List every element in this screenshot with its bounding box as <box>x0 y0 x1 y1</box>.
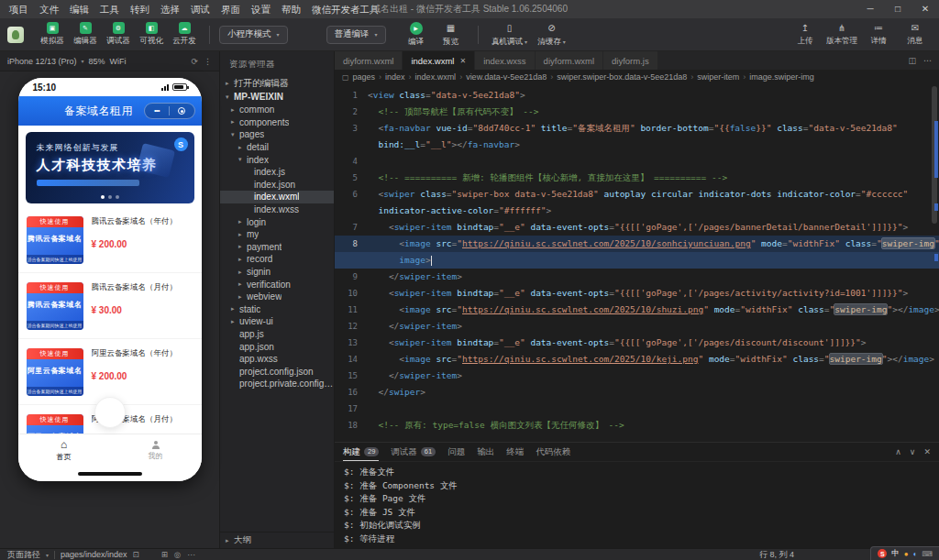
page-path-value[interactable]: pages/index/index <box>61 550 127 559</box>
collapse-up-icon[interactable]: ∧ <box>895 447 901 456</box>
rotate-icon[interactable]: ⟳ <box>191 57 198 66</box>
more-icon[interactable]: ⋮ <box>204 57 212 66</box>
tree-item-index[interactable]: ▾index <box>220 153 334 166</box>
tree-item-payment[interactable]: ▸payment <box>220 241 334 254</box>
code-line[interactable]: 8 <image src="https://qiniu.sc.scwlnet.c… <box>335 236 939 252</box>
code-line[interactable]: 18 <!-- 原有: type=false 横向图文列表【无任何修改】 --> <box>335 417 939 434</box>
mode-select[interactable]: 小程序模式 ▾ <box>219 26 288 44</box>
editor-scrollbar[interactable] <box>930 84 939 442</box>
menu-item[interactable]: 文件 <box>34 0 64 18</box>
menu-item[interactable]: 调试 <box>185 0 215 18</box>
exit-button[interactable] <box>170 104 194 118</box>
tree-item-record[interactable]: ▸record <box>220 253 334 266</box>
panel-tab-3[interactable]: 输出 <box>477 443 494 461</box>
cloud-dev-button[interactable]: ☁云开发 <box>169 22 200 47</box>
inspect-icon[interactable]: ◎ <box>174 550 181 559</box>
split-editor-icon[interactable]: ◫ <box>908 56 916 65</box>
device-debug-button[interactable]: ▯ 真机调试▾ <box>488 22 532 48</box>
floating-button[interactable] <box>94 397 126 428</box>
grid-icon[interactable]: ⊞ <box>161 550 168 559</box>
editor-tab-diyform.wxml[interactable]: diyform.wxml <box>335 51 403 70</box>
breadcrumb-item[interactable]: swiper-item <box>697 72 739 82</box>
tab-mine[interactable]: 我的 <box>110 434 202 467</box>
preview-button[interactable]: ▦ 预览 <box>434 22 469 48</box>
code-line[interactable]: 6 <swiper class="swiper-box data-v-5ee21… <box>335 186 939 203</box>
close-button[interactable]: ✕ <box>911 0 939 18</box>
tree-item-index.js[interactable]: index.js <box>220 166 334 179</box>
copy-icon[interactable]: ⊡ <box>133 550 139 559</box>
console-output[interactable]: $: 准备文件$: 准备 Components 文件$: 准备 Page 文件$… <box>335 462 939 548</box>
tree-item-project.config.json[interactable]: project.config.json <box>220 365 334 378</box>
network-type[interactable]: WiFi <box>110 57 127 66</box>
more-menu-button[interactable]: ••• <box>145 104 170 118</box>
tree-item-common[interactable]: ▸common <box>220 104 334 116</box>
debugger-button[interactable]: ⚙调试器 <box>103 22 134 47</box>
panel-tab-1[interactable]: 调试器61 <box>391 443 436 461</box>
close-icon[interactable]: ✕ <box>459 57 466 65</box>
version-manage-button[interactable]: ⋔版本管理 <box>825 22 858 47</box>
product-item[interactable]: 快速使用腾讯云备案域名适合备案期间快速上线使用腾讯云备案域名（月付）¥ 30.0… <box>18 273 202 339</box>
panel-tab-5[interactable]: 代码依赖 <box>536 443 570 461</box>
code-line[interactable]: 10 <swiper-item bindtap="__e" data-event… <box>335 285 939 302</box>
tree-item-detail[interactable]: ▸detail <box>220 141 334 154</box>
user-avatar[interactable] <box>7 27 24 43</box>
tree-item-index.wxml[interactable]: index.wxml <box>220 191 334 203</box>
tree-item-app.js[interactable]: app.js <box>220 328 334 341</box>
breadcrumb-item[interactable]: index <box>385 72 405 82</box>
code-line[interactable]: indicator-active-color="#ffffff"> <box>335 203 939 219</box>
panel-tab-0[interactable]: 构建29 <box>343 443 379 461</box>
simulator-button[interactable]: ▣模拟器 <box>37 22 68 47</box>
code-line[interactable]: 7 <swiper-item bindtap="__e" data-event-… <box>335 219 939 236</box>
editor-button[interactable]: ✎编辑器 <box>70 22 101 47</box>
tree-item-app.wxss[interactable]: app.wxss <box>220 353 334 366</box>
outline-section[interactable]: ▸ 大纲 <box>220 532 334 548</box>
minimize-button[interactable]: ─ <box>856 0 884 18</box>
message-button[interactable]: ✉消息 <box>899 22 932 47</box>
tab-home[interactable]: ⌂ 首页 <box>18 434 110 467</box>
editor-tab-diyform.wxml[interactable]: diyform.wxml <box>536 51 603 70</box>
code-line[interactable]: 15 </swiper-item> <box>335 368 939 384</box>
editor-tab-index.wxml[interactable]: index.wxml✕ <box>403 51 475 70</box>
breadcrumb-item[interactable]: index.wxml <box>415 72 457 82</box>
skin-icon[interactable]: ◐ <box>913 550 918 558</box>
breadcrumb-item[interactable]: swiper.swiper-box.data-v-5ee21da8 <box>557 72 687 82</box>
compile-button[interactable]: ▶ 编译 <box>399 22 434 48</box>
code-line[interactable]: 5 <!-- ========== 新增: 轮播图组件【核心新增, 直接加在这里… <box>335 170 939 186</box>
code-line[interactable]: 4 <box>335 153 939 170</box>
code-line[interactable]: 2 <!-- 顶部导航栏【原有代码不变】 --> <box>335 104 939 120</box>
tree-item-app.json[interactable]: app.json <box>220 340 334 353</box>
breadcrumb-item[interactable]: view.data-v-5ee21da8 <box>466 72 547 82</box>
tree-item-uview-ui[interactable]: ▸uview-ui <box>220 315 334 328</box>
code-line[interactable]: 17 <box>335 401 939 417</box>
zoom-level[interactable]: 85% <box>89 57 105 66</box>
details-button[interactable]: ≔详情 <box>862 22 895 47</box>
sogou-logo-icon[interactable]: S <box>878 549 887 558</box>
tree-item-static[interactable]: ▸static <box>220 303 334 316</box>
collapse-down-icon[interactable]: ∨ <box>910 447 916 456</box>
tree-item-login[interactable]: ▸login <box>220 215 334 228</box>
tree-item-components[interactable]: ▸components <box>220 116 334 129</box>
keyboard-icon[interactable]: ⌨ <box>922 550 933 558</box>
menu-item[interactable]: 工具 <box>94 0 125 18</box>
compile-mode-select[interactable]: 普通编译 ▾ <box>326 26 386 44</box>
code-line[interactable]: 9 </swiper-item> <box>335 269 939 285</box>
editor-tab-diyform.js[interactable]: diyform.js <box>603 51 658 70</box>
code-line[interactable]: 16 </swiper> <box>335 384 939 401</box>
code-line[interactable]: image> <box>335 252 939 269</box>
code-line[interactable]: 11 <image src="https://qiniu.sc.scwlnet.… <box>335 302 939 318</box>
maximize-button[interactable]: □ <box>884 0 911 18</box>
tree-item-signin[interactable]: ▸signin <box>220 266 334 279</box>
code-line[interactable]: bind:__l="__l"></fa-navbar> <box>335 137 939 153</box>
editor-tab-index.wxss[interactable]: index.wxss <box>475 51 535 70</box>
code-line[interactable]: 3 <fa-navbar vue-id="8dd740cc-1" title="… <box>335 120 939 137</box>
menu-item[interactable]: 帮助 <box>276 0 306 18</box>
menu-item[interactable]: 转到 <box>125 0 155 18</box>
fullwidth-icon[interactable]: ● <box>904 550 909 558</box>
open-editors-section[interactable]: ▸ 打开的编辑器 <box>220 76 334 90</box>
menu-item[interactable]: 界面 <box>215 0 246 18</box>
cursor-position[interactable]: 行 8, 列 4 <box>759 549 794 560</box>
product-item[interactable]: 快速使用腾讯云备案域名适合备案期间快速上线使用腾讯云备案域名（年付）¥ 200.… <box>18 207 202 273</box>
banner-swiper[interactable]: 未来网络创新与发展 人才科技技术培养 S <box>26 132 194 203</box>
panel-tab-4[interactable]: 终端 <box>506 443 524 461</box>
upload-button[interactable]: ↥上传 <box>789 22 822 47</box>
